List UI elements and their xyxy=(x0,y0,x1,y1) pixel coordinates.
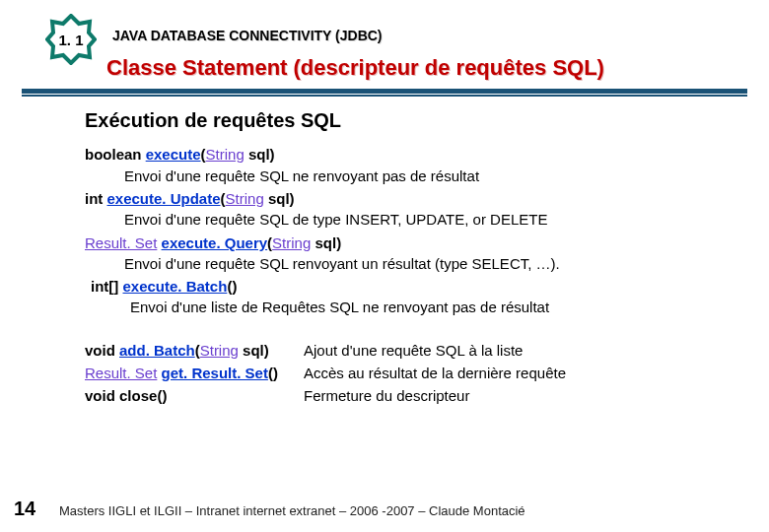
type-link[interactable]: String xyxy=(272,234,311,251)
methods-left-col: void add. Batch(String sql) Result. Set … xyxy=(85,340,282,409)
method-link[interactable]: execute xyxy=(146,146,201,163)
method-description: Envoi d'une requête SQL ne renvoyant pas… xyxy=(85,166,739,186)
slide: 1. 1 JAVA DATABASE CONNECTIVITY (JDBC) C… xyxy=(0,0,769,532)
content-heading: Exécution de requêtes SQL xyxy=(85,106,739,134)
method-signature: void close() xyxy=(85,385,282,406)
section-number: 1. 1 xyxy=(58,32,83,48)
method-signature: Result. Set execute. Query(String sql) xyxy=(85,233,739,253)
method-link[interactable]: execute. Update xyxy=(107,190,221,207)
methods-two-col: void add. Batch(String sql) Result. Set … xyxy=(85,340,739,409)
method-signature: int[] execute. Batch() xyxy=(85,276,739,297)
method-name: close xyxy=(119,387,157,404)
type-link[interactable]: String xyxy=(200,342,239,359)
section-badge: 1. 1 xyxy=(45,14,97,65)
method-link[interactable]: add. Batch xyxy=(119,342,195,359)
method-description: Fermeture du descripteur xyxy=(304,385,739,406)
method-description: Envoi d'une liste de Requêtes SQL ne ren… xyxy=(85,297,739,317)
chapter-label: JAVA DATABASE CONNECTIVITY (JDBC) xyxy=(112,28,383,43)
type-link[interactable]: String xyxy=(226,190,264,207)
page-title: Classe Statement (descripteur de requête… xyxy=(106,55,604,81)
type-link[interactable]: Result. Set xyxy=(85,365,157,381)
method-description: Envoi d'une requête SQL de type INSERT, … xyxy=(85,209,739,230)
method-signature: void add. Batch(String sql) xyxy=(85,340,282,361)
method-description: Accès au résultat de la dernière requête xyxy=(304,363,739,383)
page-number: 14 xyxy=(14,498,35,520)
method-signature: boolean execute(String sql) xyxy=(85,144,739,165)
method-signature: int execute. Update(String sql) xyxy=(85,188,739,209)
type-link[interactable]: Result. Set xyxy=(85,234,157,251)
type-link[interactable]: String xyxy=(206,146,245,163)
method-description: Envoi d'une requête SQL renvoyant un rés… xyxy=(85,253,739,274)
method-signature: Result. Set get. Result. Set() xyxy=(85,363,282,383)
title-divider xyxy=(22,89,747,95)
method-link[interactable]: execute. Batch xyxy=(122,278,227,295)
method-description: Ajout d'une requête SQL à la liste xyxy=(304,340,739,361)
method-link[interactable]: get. Result. Set xyxy=(162,365,268,381)
method-link[interactable]: execute. Query xyxy=(162,234,268,251)
content-area: Exécution de requêtes SQL boolean execut… xyxy=(85,106,739,409)
footer-text: Masters IIGLI et ILGII – Intranet intern… xyxy=(59,503,525,518)
methods-right-col: Ajout d'une requête SQL à la liste Accès… xyxy=(304,340,739,409)
